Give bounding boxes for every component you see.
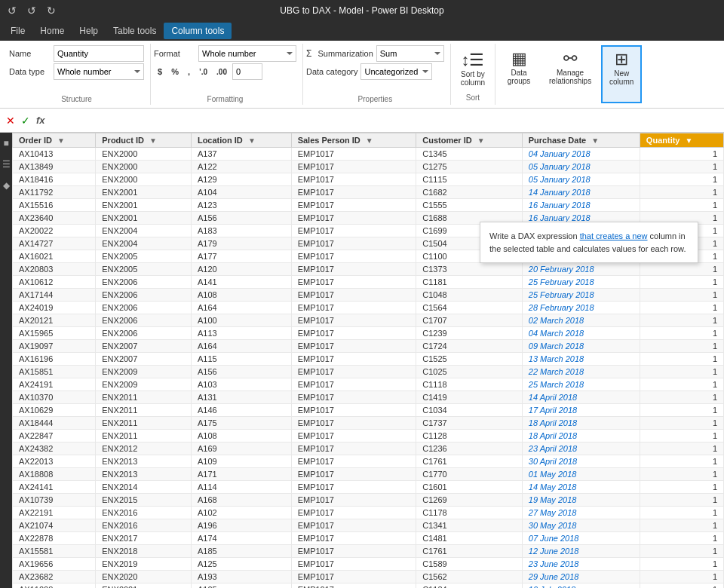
table-row[interactable]: AX24191ENX2009A103EMP1017C111825 March 2…: [13, 378, 724, 391]
sales-person-filter-icon[interactable]: ▼: [366, 136, 373, 145]
table-row[interactable]: AX15965ENX2006A113EMP1017C123904 March 2…: [13, 327, 724, 340]
table-cell: EMP1017: [291, 366, 416, 378]
number-input[interactable]: [232, 63, 262, 80]
table-cell: EMP1017: [291, 417, 416, 430]
table-row[interactable]: AX10413ENX2000A137EMP1017C134504 January…: [13, 148, 724, 161]
order-id-filter-icon[interactable]: ▼: [57, 136, 65, 145]
table-row[interactable]: AX19097ENX2007A164EMP1017C172409 March 2…: [13, 340, 724, 353]
sort-by-column-btn[interactable]: ↕☰ Sort by column: [454, 47, 492, 90]
formula-confirm-icon[interactable]: ✓: [21, 115, 30, 127]
table-cell: EMP1017: [291, 237, 416, 250]
formula-cancel-icon[interactable]: ✕: [6, 115, 15, 127]
table-area[interactable]: Order ID ▼ Product ID ▼ Location ID ▼ Sa…: [12, 133, 724, 588]
location-id-filter-icon[interactable]: ▼: [248, 136, 256, 145]
table-row[interactable]: AX16196ENX2007A115EMP1017C152513 March 2…: [13, 353, 724, 366]
menu-column-tools[interactable]: Column tools: [164, 23, 232, 39]
table-row[interactable]: AX22013ENX2013A109EMP1017C176130 April 2…: [13, 455, 724, 468]
menu-file[interactable]: File: [3, 23, 32, 39]
table-row[interactable]: AX10612ENX2006A141EMP1017C118125 Februar…: [13, 276, 724, 289]
col-product-id[interactable]: Product ID ▼: [96, 133, 192, 148]
table-row[interactable]: AX13849ENX2000A122EMP1017C127505 January…: [13, 161, 724, 173]
col-location-id[interactable]: Location ID ▼: [191, 133, 291, 148]
table-cell: EMP1017: [291, 430, 416, 443]
table-cell: A141: [191, 276, 291, 289]
table-row[interactable]: AX10629ENX2011A146EMP1017C103417 April 2…: [13, 404, 724, 417]
table-row[interactable]: AX15516ENX2001A123EMP1017C155516 January…: [13, 199, 724, 212]
table-body: AX10413ENX2000A137EMP1017C134504 January…: [13, 148, 724, 589]
dec-dec-btn[interactable]: .00: [213, 63, 231, 80]
table-row[interactable]: AX18808ENX2013A171EMP1017C177001 May 201…: [13, 468, 724, 481]
table-cell: EMP1017: [291, 276, 416, 289]
table-cell: C1118: [416, 378, 523, 391]
col-customer-id[interactable]: Customer ID ▼: [416, 133, 523, 148]
manage-relationships-btn[interactable]: ⚯ Manage relationships: [542, 45, 598, 103]
table-cell: 1: [640, 468, 723, 481]
table-row[interactable]: AX24141ENX2014A114EMP1017C160114 May 201…: [13, 481, 724, 494]
quantity-filter-icon[interactable]: ▼: [686, 136, 693, 145]
col-quantity[interactable]: Quantity ▼: [640, 133, 723, 148]
table-cell: C1025: [416, 366, 523, 378]
table-cell: ENX2000: [96, 173, 192, 186]
currency-btn[interactable]: $: [154, 63, 166, 80]
table-cell: A103: [191, 378, 291, 391]
table-row[interactable]: AX18444ENX2011A175EMP1017C173718 April 2…: [13, 417, 724, 430]
table-row[interactable]: AX18416ENX2000A129EMP1017C111505 January…: [13, 173, 724, 186]
menu-table-tools[interactable]: Table tools: [106, 23, 164, 39]
undo-icon[interactable]: ↺: [6, 5, 18, 17]
menu-help[interactable]: Help: [72, 23, 106, 39]
percent-btn[interactable]: %: [167, 63, 183, 80]
table-row[interactable]: AX19656ENX2019A125EMP1017C158923 June 20…: [13, 558, 724, 571]
format-select[interactable]: Whole number: [198, 45, 296, 62]
table-cell: AX11792: [13, 186, 96, 199]
table-row[interactable]: AX20121ENX2006A100EMP1017C170702 March 2…: [13, 314, 724, 327]
table-row[interactable]: AX23682ENX2020A193EMP1017C156229 June 20…: [13, 571, 724, 583]
table-cell: ENX2007: [96, 340, 192, 353]
ribbon-group-properties: Σ Summarization Sum Data category Uncate…: [303, 44, 451, 105]
table-cell: ENX2013: [96, 468, 192, 481]
purchase-date-filter-icon[interactable]: ▼: [591, 136, 599, 145]
col-order-id[interactable]: Order ID ▼: [13, 133, 96, 148]
datacategory-select[interactable]: Uncategorized: [360, 63, 432, 80]
table-row[interactable]: AX21074ENX2016A196EMP1017C134130 May 201…: [13, 519, 724, 532]
sidebar-table-icon[interactable]: ☰: [0, 157, 13, 172]
table-row[interactable]: AX22847ENX2011A108EMP1017C112818 April 2…: [13, 430, 724, 443]
redo-icon[interactable]: ↻: [45, 5, 57, 17]
sidebar-chart-icon[interactable]: ■: [1, 136, 11, 151]
col-purchase-date[interactable]: Purchase Date ▼: [522, 133, 640, 148]
table-cell: A179: [191, 237, 291, 250]
name-input[interactable]: [54, 45, 144, 62]
table-row[interactable]: AX11228ENX2021A125EMP1017C113410 July 20…: [13, 583, 724, 589]
table-row[interactable]: AX17144ENX2006A108EMP1017C104825 Februar…: [13, 289, 724, 302]
table-row[interactable]: AX24382ENX2012A169EMP1017C123623 April 2…: [13, 443, 724, 455]
comma-btn[interactable]: ,: [184, 63, 194, 80]
datatype-select[interactable]: Whole number: [54, 63, 144, 80]
product-id-filter-icon[interactable]: ▼: [149, 136, 157, 145]
tooltip-link[interactable]: that creates a new: [580, 231, 648, 240]
table-row[interactable]: AX11792ENX2001A104EMP1017C168214 January…: [13, 186, 724, 199]
table-cell: AX15516: [13, 199, 96, 212]
col-sales-person-id[interactable]: Sales Person ID ▼: [291, 133, 416, 148]
table-row[interactable]: AX22191ENX2016A102EMP1017C117827 May 201…: [13, 507, 724, 519]
table-cell: EMP1017: [291, 378, 416, 391]
table-row[interactable]: AX20803ENX2005A120EMP1017C137320 Februar…: [13, 263, 724, 276]
table-row[interactable]: AX10370ENX2011A131EMP1017C141914 April 2…: [13, 391, 724, 404]
formula-input[interactable]: [51, 115, 718, 126]
table-row[interactable]: AX22878ENX2017A174EMP1017C148107 June 20…: [13, 532, 724, 545]
sidebar-model-icon[interactable]: ◆: [1, 178, 12, 193]
menu-home[interactable]: Home: [32, 23, 72, 39]
main-area: ■ ☰ ◆ Order ID ▼ Product ID ▼ Location I…: [0, 133, 724, 588]
summarization-select[interactable]: Sum: [376, 45, 444, 62]
table-cell: 1: [640, 443, 723, 455]
table-row[interactable]: AX24019ENX2006A164EMP1017C156428 Februar…: [13, 302, 724, 314]
table-row[interactable]: AX15851ENX2009A156EMP1017C102522 March 2…: [13, 366, 724, 378]
dec-inc-btn[interactable]: ’.0: [195, 63, 211, 80]
table-row[interactable]: AX15581ENX2018A185EMP1017C176112 June 20…: [13, 545, 724, 558]
structure-name-row: Name: [9, 45, 144, 62]
table-row[interactable]: AX10739ENX2015A168EMP1017C126919 May 201…: [13, 494, 724, 507]
customer-id-filter-icon[interactable]: ▼: [477, 136, 485, 145]
table-cell: ENX2006: [96, 302, 192, 314]
undo2-icon[interactable]: ↺: [26, 5, 38, 17]
new-column-btn[interactable]: ⊞ New column: [601, 45, 642, 103]
table-cell: EMP1017: [291, 340, 416, 353]
data-groups-btn[interactable]: ▦ Data groups: [499, 45, 539, 103]
